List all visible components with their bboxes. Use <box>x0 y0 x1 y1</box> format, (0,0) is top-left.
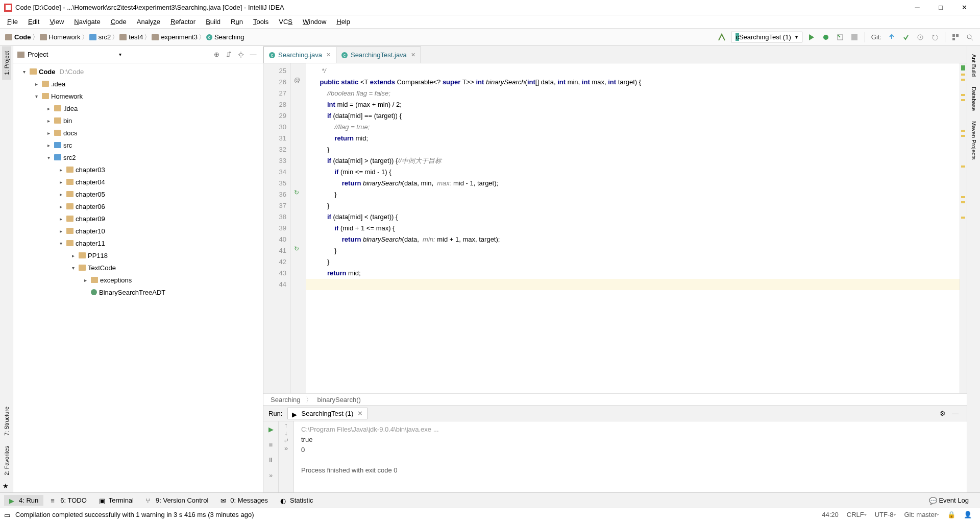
expand-icon[interactable]: ▾ <box>45 155 52 160</box>
menu-build[interactable]: Build <box>201 16 226 27</box>
stop-button[interactable] <box>848 31 861 44</box>
expand-icon[interactable]: ▸ <box>57 216 64 222</box>
breadcrumb[interactable]: Code 〉 Homework 〉 src2 〉 test4 〉 experim… <box>3 32 246 43</box>
hide-button[interactable]: — <box>949 410 962 417</box>
menu-tools[interactable]: Tools <box>248 16 274 27</box>
up-button[interactable]: ↑ <box>284 421 288 429</box>
expand-icon[interactable]: ▾ <box>33 93 40 99</box>
chevron-down-icon[interactable]: ▾ <box>119 52 121 57</box>
menu-analyze[interactable]: Analyze <box>132 16 165 27</box>
event-log-button[interactable]: 💬Event Log <box>924 495 974 506</box>
tree-node[interactable]: ▸.idea <box>13 102 263 114</box>
expand-icon[interactable]: ▸ <box>57 228 64 234</box>
tree-node[interactable]: ▸docs <box>13 127 263 139</box>
wrap-button[interactable]: ⤶ <box>283 437 289 444</box>
cursor-position[interactable]: 44:20 <box>818 511 843 518</box>
expand-icon[interactable]: ▸ <box>33 81 40 87</box>
memory-icon[interactable]: 👤 <box>960 511 976 518</box>
expand-button[interactable]: » <box>284 444 288 452</box>
favorites-tool-tab[interactable]: 2: Favorites <box>2 441 11 480</box>
vcs-history-button[interactable] <box>914 31 927 44</box>
pause-button[interactable]: ⏸ <box>265 454 277 466</box>
tree-node[interactable]: ▸bin <box>13 114 263 127</box>
expand-icon[interactable]: ▸ <box>82 277 89 283</box>
todo-tab-button[interactable]: ≡6: TODO <box>45 495 92 506</box>
database-tab[interactable]: Database <box>969 82 978 116</box>
tree-node[interactable]: ▾TextCode <box>13 262 263 274</box>
menu-window[interactable]: Window <box>298 16 331 27</box>
expand-icon[interactable]: ▸ <box>57 204 64 209</box>
menu-vcs[interactable]: VCS <box>274 16 298 27</box>
rerun-button[interactable]: ▶ <box>265 423 277 435</box>
statistic-tab-button[interactable]: ◐Statistic <box>275 495 318 506</box>
down-button[interactable]: ↓ <box>284 429 288 437</box>
tree-node[interactable]: ▸chapter06 <box>13 200 263 212</box>
menu-view[interactable]: View <box>44 16 69 27</box>
debug-button[interactable] <box>819 31 832 44</box>
coverage-button[interactable] <box>834 31 847 44</box>
project-tree[interactable]: ▾CodeD:\Code▸.idea▾Homework▸.idea▸bin▸do… <box>13 63 263 492</box>
bookmark-icon[interactable]: ★ <box>3 482 11 490</box>
tree-node[interactable]: ▸chapter03 <box>13 163 263 176</box>
override-icon[interactable]: @ <box>294 77 300 84</box>
expand-button[interactable]: » <box>265 469 277 481</box>
lock-icon[interactable]: 🔒 <box>943 511 960 518</box>
maven-tab[interactable]: Maven Projects <box>969 116 978 165</box>
expand-icon[interactable]: ▸ <box>45 143 52 148</box>
run-output[interactable]: C:\Program Files\Java\jdk-9.0.4\bin\java… <box>294 421 967 492</box>
run-config-selector[interactable]: c SearchingTest (1) ▾ <box>731 32 802 42</box>
hide-button[interactable]: — <box>248 49 259 60</box>
expand-icon[interactable]: ▾ <box>57 241 64 246</box>
locate-button[interactable]: ⊕ <box>211 49 222 60</box>
code-editor[interactable]: */ public static <T extends Comparable<?… <box>306 63 960 393</box>
run-button[interactable] <box>805 31 818 44</box>
menu-run[interactable]: Run <box>226 16 248 27</box>
editor-tab[interactable]: c SearchingTest.java ✕ <box>336 46 421 63</box>
run-tab-button[interactable]: ▶4: Run <box>4 495 43 506</box>
tree-node[interactable]: ▸chapter05 <box>13 188 263 200</box>
search-everywhere-button[interactable] <box>963 31 976 44</box>
collapse-button[interactable]: ⇵ <box>223 49 234 60</box>
editor-breadcrumb[interactable]: Searching 〉 binarySearch() <box>263 393 967 406</box>
git-branch[interactable]: Git: master ÷ <box>900 511 943 518</box>
tree-node[interactable]: BinarySearchTreeADT <box>13 286 263 298</box>
menu-navigate[interactable]: Navigate <box>69 16 105 27</box>
expand-icon[interactable]: ▸ <box>69 253 77 258</box>
editor-tab[interactable]: c Searching.java ✕ <box>263 46 336 63</box>
tree-node[interactable]: ▸exceptions <box>13 274 263 286</box>
expand-icon[interactable]: ▾ <box>69 265 77 271</box>
vcs-update-button[interactable] <box>885 31 898 44</box>
tool-window-icon[interactable]: ▭ <box>4 511 11 518</box>
file-encoding[interactable]: UTF-8 ÷ <box>871 511 900 518</box>
tree-node[interactable]: ▸chapter09 <box>13 212 263 225</box>
expand-icon[interactable]: ▸ <box>45 130 52 136</box>
close-button[interactable]: ✕ <box>952 0 976 15</box>
vcs-tab-button[interactable]: ⑂9: Version Control <box>141 495 213 506</box>
tree-node[interactable]: ▾src2 <box>13 151 263 163</box>
close-tab-icon[interactable]: ✕ <box>326 52 331 58</box>
error-stripe[interactable] <box>960 63 967 393</box>
tree-node[interactable]: ▾Homework <box>13 90 263 102</box>
expand-icon[interactable]: ▸ <box>57 179 64 185</box>
line-number-gutter[interactable]: 2526272829303132333435363738394041424344 <box>263 63 291 393</box>
structure-tool-tab[interactable]: 7: Structure <box>2 401 11 441</box>
close-tab-icon[interactable]: ✕ <box>411 52 415 58</box>
maximize-button[interactable]: □ <box>929 0 952 15</box>
expand-icon[interactable]: ▸ <box>57 167 64 173</box>
expand-icon[interactable]: ▸ <box>57 192 64 197</box>
settings-button[interactable] <box>235 49 247 60</box>
tree-node[interactable]: ▸src <box>13 139 263 151</box>
vcs-commit-button[interactable] <box>899 31 913 44</box>
minimize-button[interactable]: ─ <box>905 0 929 15</box>
build-button[interactable] <box>715 31 728 44</box>
settings-button[interactable]: ⚙ <box>937 410 949 417</box>
messages-tab-button[interactable]: ✉0: Messages <box>215 495 273 506</box>
tree-node[interactable]: ▸PP118 <box>13 249 263 262</box>
tree-node[interactable]: ▾chapter11 <box>13 237 263 249</box>
ant-build-tab[interactable]: Ant Build <box>969 49 978 82</box>
tree-node[interactable]: ▾CodeD:\Code <box>13 65 263 78</box>
tree-node[interactable]: ▸chapter04 <box>13 176 263 188</box>
tree-node[interactable]: ▸.idea <box>13 78 263 90</box>
expand-icon[interactable]: ▸ <box>45 106 52 111</box>
line-separator[interactable]: CRLF ÷ <box>843 511 871 518</box>
